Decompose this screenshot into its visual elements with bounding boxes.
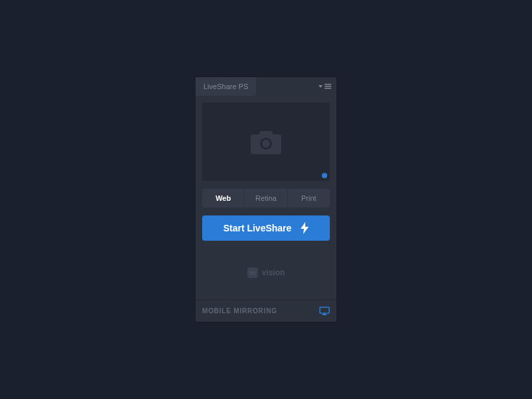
brand-mark: in [247,267,258,278]
panel-tab[interactable]: LiveShare PS [196,77,256,96]
svg-rect-1 [325,86,331,87]
footer-label: MOBILE MIRRORING [202,307,277,315]
menu-icon [325,84,331,89]
panel-tab-label: LiveShare PS [203,82,248,90]
panel-menu-button[interactable] [319,77,331,96]
start-liveshare-label: Start LiveShare [223,223,292,233]
resolution-segmented-control: Web Retina Print [202,189,330,207]
lightning-icon [301,222,309,234]
airplay-icon[interactable] [319,307,330,315]
panel-titlebar: LiveShare PS [196,77,336,96]
panel-footer: MOBILE MIRRORING [196,299,336,322]
chevron-down-icon [319,85,323,88]
segment-print[interactable]: Print [288,189,330,207]
camera-icon [251,129,281,154]
start-liveshare-button[interactable]: Start LiveShare [202,215,330,241]
invision-brand: in vision [202,249,330,290]
svg-rect-2 [325,88,331,89]
brand-text: vision [262,268,285,277]
panel-body: Web Retina Print Start LiveShare in visi… [196,96,336,299]
segment-retina[interactable]: Retina [245,189,287,207]
liveshare-panel: LiveShare PS Web Retina Print Start Live… [196,77,336,322]
status-dot [322,173,327,178]
segment-web[interactable]: Web [202,189,245,207]
svg-rect-0 [325,84,331,85]
svg-point-4 [262,140,270,148]
preview-area [202,102,330,181]
